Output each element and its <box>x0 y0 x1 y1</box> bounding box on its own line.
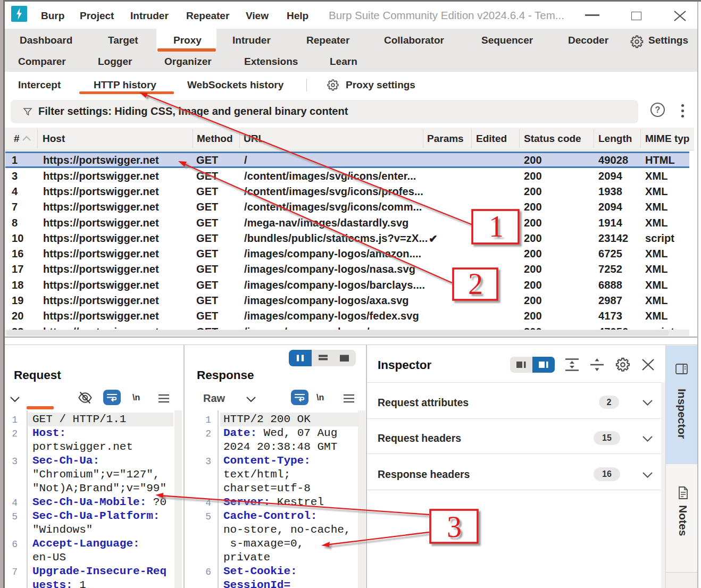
svg-text:1: 1 <box>489 210 504 243</box>
svg-text:3: 3 <box>447 510 462 543</box>
svg-text:2: 2 <box>468 267 483 300</box>
